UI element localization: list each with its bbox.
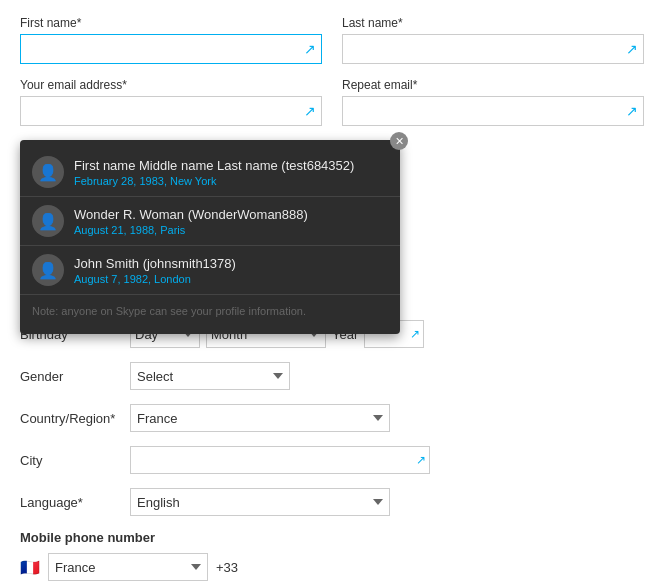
autocomplete-name-1: Wonder R. Woman (WonderWoman888) (74, 207, 308, 222)
user-icon-1: 👤 (38, 212, 58, 231)
country-row: Country/Region* France United States Uni… (20, 404, 644, 432)
country-code: +33 (216, 560, 238, 575)
repeat-email-input-wrapper: ↗ (342, 96, 644, 126)
note-text: Note: anyone on Skype can see your profi… (32, 305, 306, 317)
email-label: Your email address* (20, 78, 322, 92)
gender-row: Gender Select Male Female (20, 362, 644, 390)
city-label: City (20, 453, 130, 468)
city-row: City ↗ (20, 446, 644, 474)
repeat-email-group: Repeat email* ↗ (342, 78, 644, 126)
autocomplete-detail-2: August 7, 1982, London (74, 273, 236, 285)
autocomplete-item-1[interactable]: 👤 Wonder R. Woman (WonderWoman888) Augus… (20, 197, 400, 246)
mobile-country-select[interactable]: France United States United Kingdom (48, 553, 208, 581)
autocomplete-dropdown: ✕ 👤 First name Middle name Last name (te… (20, 140, 400, 334)
last-name-input-wrapper: ↗ (342, 34, 644, 64)
gender-label: Gender (20, 369, 130, 384)
language-label: Language* (20, 495, 130, 510)
mobile-country-row: 🇫🇷 France United States United Kingdom +… (20, 553, 644, 581)
name-row: First name* ↗ Last name* ↗ (20, 16, 644, 64)
autocomplete-info-0: First name Middle name Last name (test68… (74, 158, 354, 187)
mobile-title: Mobile phone number (20, 530, 644, 545)
first-name-label: First name* (20, 16, 322, 30)
mobile-section: Mobile phone number 🇫🇷 France United Sta… (20, 530, 644, 586)
autocomplete-info-2: John Smith (johnsmith1378) August 7, 198… (74, 256, 236, 285)
avatar-0: 👤 (32, 156, 64, 188)
form-container: First name* ↗ Last name* ↗ Your email ad… (0, 0, 664, 586)
flag-icon: 🇫🇷 (20, 558, 40, 577)
first-name-input-wrapper: ↗ (20, 34, 322, 64)
gender-select[interactable]: Select Male Female (130, 362, 290, 390)
repeat-email-label: Repeat email* (342, 78, 644, 92)
city-input-wrapper: ↗ (130, 446, 430, 474)
first-name-input[interactable] (20, 34, 322, 64)
language-select[interactable]: English French German Spanish (130, 488, 390, 516)
email-row: Your email address* ↗ Repeat email* ↗ (20, 78, 644, 126)
autocomplete-detail-1: August 21, 1988, Paris (74, 224, 308, 236)
autocomplete-info-1: Wonder R. Woman (WonderWoman888) August … (74, 207, 308, 236)
user-icon-0: 👤 (38, 163, 58, 182)
last-name-input[interactable] (342, 34, 644, 64)
country-select[interactable]: France United States United Kingdom Germ… (130, 404, 390, 432)
autocomplete-name-2: John Smith (johnsmith1378) (74, 256, 236, 271)
user-icon-2: 👤 (38, 261, 58, 280)
autocomplete-note: Note: anyone on Skype can see your profi… (20, 295, 400, 326)
autocomplete-item-2[interactable]: 👤 John Smith (johnsmith1378) August 7, 1… (20, 246, 400, 295)
email-input-wrapper: ↗ (20, 96, 322, 126)
first-name-group: First name* ↗ (20, 16, 322, 64)
repeat-email-input[interactable] (342, 96, 644, 126)
autocomplete-name-0: First name Middle name Last name (test68… (74, 158, 354, 173)
email-input[interactable] (20, 96, 322, 126)
country-label: Country/Region* (20, 411, 130, 426)
last-name-label: Last name* (342, 16, 644, 30)
autocomplete-item-0[interactable]: 👤 First name Middle name Last name (test… (20, 148, 400, 197)
last-name-group: Last name* ↗ (342, 16, 644, 64)
city-input[interactable] (130, 446, 430, 474)
avatar-2: 👤 (32, 254, 64, 286)
language-row: Language* English French German Spanish (20, 488, 644, 516)
avatar-1: 👤 (32, 205, 64, 237)
email-group: Your email address* ↗ (20, 78, 322, 126)
close-icon: ✕ (395, 135, 404, 148)
autocomplete-detail-0: February 28, 1983, New York (74, 175, 354, 187)
email-section: Your email address* ↗ Repeat email* ↗ ✕ (20, 78, 644, 126)
autocomplete-close-button[interactable]: ✕ (390, 132, 408, 150)
